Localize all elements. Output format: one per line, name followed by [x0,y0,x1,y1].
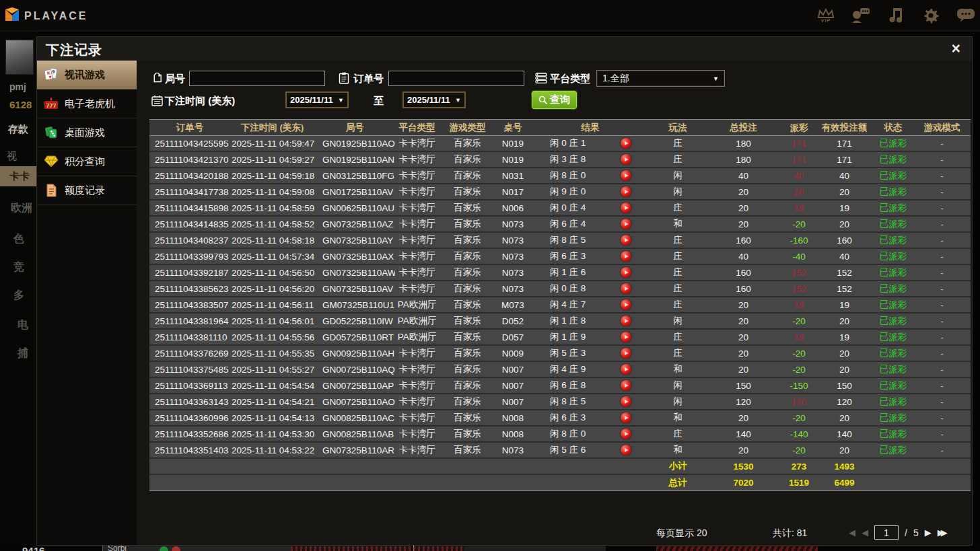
cell-valid: 152 [816,284,873,294]
cell-time: 2025-11-11 04:53:22 [230,445,314,455]
background-balance: 6128 [9,99,32,110]
cell-time: 2025-11-11 04:59:18 [230,171,314,181]
play-button[interactable] [621,332,631,342]
subtotal-valid: 1493 [816,462,873,472]
total-payout: 1519 [782,478,816,488]
result-text: 闲 5 庄 3 [550,347,586,359]
cell-game: 百家乐 [439,283,496,295]
chevron-down-icon: ▼ [455,97,461,104]
play-button[interactable] [621,267,631,278]
cell-bet: 20 [705,300,782,310]
first-page-icon[interactable]: ◀ [849,527,855,538]
subtotal-bet: 1530 [705,462,782,472]
vip-icon[interactable]: VIP [814,4,837,27]
cell-time: 2025-11-11 04:55:35 [230,348,314,359]
music-icon[interactable] [884,4,907,27]
cell-payout: -140 [782,429,816,439]
play-button[interactable] [621,364,631,375]
cell-round: GN07325B110AR [314,445,395,455]
brand-name: PLAYACE [24,10,88,22]
sidebar-item[interactable]: 777电子老虎机 [37,89,137,118]
cell-order: 251111043369113 [149,381,230,391]
play-button[interactable] [621,445,631,455]
result-text: 闲 6 庄 8 [550,379,586,392]
table-row: 2511110433514032025-11-11 04:53:22GN0732… [149,443,971,459]
result-text: 闲 8 庄 5 [550,234,586,246]
calendar-icon [151,95,163,106]
query-button[interactable]: 查询 [532,91,577,109]
page-input[interactable] [874,525,899,540]
cell-table: D057 [496,332,530,342]
cell-payout: -150 [782,381,816,391]
play-button[interactable] [621,283,631,294]
cell-result: 闲 5 庄 6 [530,444,651,456]
play-button[interactable] [621,380,631,391]
prev-page-icon[interactable]: ◀ [862,527,868,538]
background-item: 多 [13,289,24,303]
cell-result: 闲 8 庄 5 [530,396,651,408]
cell-round: GM07325B110U1 [314,300,395,310]
next-page-icon[interactable]: ▶ [925,527,932,538]
cell-time: 2025-11-11 04:58:18 [230,235,314,246]
order-input[interactable] [388,71,524,86]
cell-time: 2025-11-11 04:53:30 [230,429,314,439]
play-button[interactable] [621,348,631,359]
cell-round: GN00825B110AB [314,429,395,439]
cell-bet: 180 [705,139,782,149]
play-button[interactable] [621,396,631,407]
date-from-picker[interactable]: 2025/11/11 ▼ [285,91,349,108]
play-button[interactable] [621,203,631,213]
play-button[interactable] [621,412,631,423]
cell-table: N073 [496,235,530,246]
settings-icon[interactable] [919,4,942,27]
cell-payout: 152 [782,268,816,278]
close-icon[interactable]: × [952,39,960,58]
cell-order: 251111043399793 [149,252,230,262]
order-label: 订单号 [353,73,384,85]
column-header: 结果 [530,122,651,134]
cell-play: 闲 [651,379,705,392]
result-text: 闲 1 庄 8 [550,315,586,327]
sidebar-item[interactable]: 额度记录 [37,176,137,205]
column-header: 状态 [873,122,913,134]
play-button[interactable] [621,186,631,197]
last-page-icon[interactable]: ▶▶ [938,527,948,538]
background-text: Sorbi [108,545,127,551]
round-input[interactable] [189,71,325,86]
cell-play: 庄 [651,137,705,149]
cell-game: 百家乐 [439,299,496,311]
background-dot [160,546,168,551]
chat-icon[interactable] [954,4,977,27]
play-button[interactable] [621,219,631,229]
sidebar-item[interactable]: 积分查询 [37,147,137,176]
cell-valid: 150 [816,381,873,391]
cell-status: 已派彩 [873,412,913,424]
cell-status: 已派彩 [873,250,913,262]
play-button[interactable] [621,154,631,165]
cell-game: 百家乐 [439,379,496,392]
cell-result: 闲 0 庄 4 [530,202,651,214]
cell-table: N031 [496,171,530,181]
play-button[interactable] [621,429,631,439]
play-button[interactable] [621,316,631,326]
cell-play: 庄 [651,331,705,343]
cell-status: 已派彩 [873,234,913,246]
play-button[interactable] [621,235,631,246]
result-text: 闲 0 庄 8 [550,283,586,295]
play-button[interactable] [621,138,631,149]
platform-select[interactable]: 1.全部 ▼ [596,70,725,87]
cell-game: 百家乐 [439,412,496,424]
customer-service-icon[interactable] [849,4,872,27]
cell-mode: - [913,187,971,197]
cell-play: 庄 [651,347,705,359]
date-to-picker[interactable]: 2025/11/11 ▼ [403,91,466,108]
sidebar-item[interactable]: 9K♥视讯游戏 [37,61,137,89]
sidebar-item[interactable]: 桌面游戏 [37,118,137,147]
table-row: 2511110433609962025-11-11 04:54:13GN0082… [149,410,971,427]
play-button[interactable] [621,170,631,181]
cell-payout: 40 [782,171,816,181]
play-button[interactable] [621,299,631,310]
play-button[interactable] [621,251,631,262]
cell-order: 251111043415898 [149,203,230,213]
platform-list-icon [535,73,547,84]
